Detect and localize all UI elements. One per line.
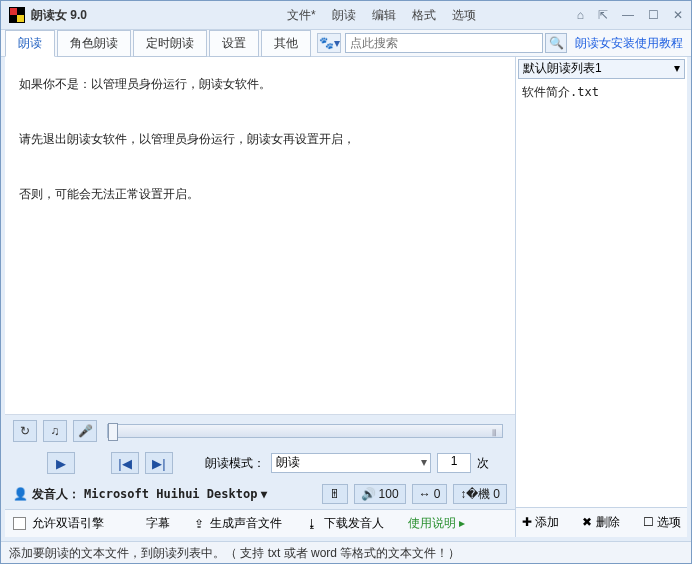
sliders-icon: 🎚 bbox=[329, 487, 341, 501]
mode-select[interactable]: 朗读 bbox=[271, 453, 431, 473]
pin-icon[interactable]: ⇱ bbox=[598, 8, 608, 22]
download-icon: ⭳ bbox=[306, 517, 318, 531]
chevron-down-icon[interactable]: ▾ bbox=[261, 487, 267, 501]
download-voice-link[interactable]: 下载发音人 bbox=[324, 515, 384, 532]
voice-settings-button[interactable]: 🎚 bbox=[322, 484, 348, 504]
tab-role[interactable]: 角色朗读 bbox=[57, 30, 131, 57]
close-icon[interactable]: ✕ bbox=[673, 8, 683, 22]
gen-audio-link[interactable]: 生成声音文件 bbox=[210, 515, 282, 532]
text-area[interactable]: 如果你不是：以管理员身份运行，朗读女软件。 请先退出朗读女软件，以管理员身份运行… bbox=[5, 57, 515, 415]
tab-settings[interactable]: 设置 bbox=[209, 30, 259, 57]
usage-link[interactable]: 使用说明 ▸ bbox=[408, 515, 465, 532]
slider-end-icon: ⦀ bbox=[492, 427, 496, 439]
player-controls: ↻ ♫ 🎤 ⦀ ▶ |◀ ▶| 朗读模式： 朗读 bbox=[5, 415, 515, 537]
paw-button[interactable]: 🐾▾ bbox=[317, 33, 341, 53]
prev-button[interactable]: |◀ bbox=[111, 452, 139, 474]
export-icon: ⇪ bbox=[194, 517, 204, 531]
slider-thumb[interactable] bbox=[108, 423, 118, 441]
app-window: 朗读女 9.0 文件* 朗读 编辑 格式 选项 ⌂ ⇱ — ☐ ✕ 朗读 角色朗… bbox=[0, 0, 692, 564]
playlist-panel: 默认朗读列表1 软件简介.txt ✚ 添加 ✖ 删除 ☐ 选项 bbox=[515, 57, 687, 537]
playlist-select[interactable]: 默认朗读列表1 bbox=[518, 59, 685, 79]
pitch-icon: ↕�機 bbox=[460, 486, 490, 503]
home-icon[interactable]: ⌂ bbox=[577, 8, 584, 22]
title-bar: 朗读女 9.0 文件* 朗读 编辑 格式 选项 ⌂ ⇱ — ☐ ✕ bbox=[1, 1, 691, 29]
voice-label: 👤 发音人： Microsoft Huihui Desktop ▾ bbox=[13, 486, 267, 503]
delete-button[interactable]: ✖ 删除 bbox=[582, 514, 619, 531]
rate-icon: ↔ bbox=[419, 487, 431, 501]
left-panel: 如果你不是：以管理员身份运行，朗读女软件。 请先退出朗读女软件，以管理员身份运行… bbox=[5, 57, 515, 537]
subtitle-link[interactable]: 字幕 bbox=[146, 515, 170, 532]
status-bar: 添加要朗读的文本文件，到朗读列表中。（ 支持 txt 或者 word 等格式的文… bbox=[1, 541, 691, 563]
person-icon: 👤 bbox=[13, 487, 28, 501]
mic-icon[interactable]: 🎤 bbox=[73, 420, 97, 442]
menu-format[interactable]: 格式 bbox=[412, 7, 436, 24]
next-button[interactable]: ▶| bbox=[145, 452, 173, 474]
tab-read[interactable]: 朗读 bbox=[5, 30, 55, 57]
svg-rect-2 bbox=[17, 15, 24, 22]
text-line: 否则，可能会无法正常设置开启。 bbox=[19, 181, 501, 207]
add-button[interactable]: ✚ 添加 bbox=[522, 514, 559, 531]
menu-edit[interactable]: 编辑 bbox=[372, 7, 396, 24]
svg-rect-1 bbox=[10, 8, 17, 15]
playlist-item[interactable]: 软件简介.txt bbox=[516, 81, 687, 104]
play-button[interactable]: ▶ bbox=[47, 452, 75, 474]
playlist-actions: ✚ 添加 ✖ 删除 ☐ 选项 bbox=[516, 507, 687, 537]
cycle-icon[interactable]: ↻ bbox=[13, 420, 37, 442]
tutorial-link[interactable]: 朗读女安装使用教程 bbox=[575, 35, 683, 52]
minimize-icon[interactable]: — bbox=[622, 8, 634, 22]
bilingual-checkbox[interactable] bbox=[13, 517, 26, 530]
menu-read[interactable]: 朗读 bbox=[332, 7, 356, 24]
tab-other[interactable]: 其他 bbox=[261, 30, 311, 57]
progress-slider[interactable]: ⦀ bbox=[107, 424, 503, 438]
search-input[interactable] bbox=[345, 33, 543, 53]
search-button[interactable]: 🔍 bbox=[545, 33, 567, 53]
main-area: 如果你不是：以管理员身份运行，朗读女软件。 请先退出朗读女软件，以管理员身份运行… bbox=[1, 57, 691, 541]
window-controls: ⌂ ⇱ — ☐ ✕ bbox=[577, 8, 683, 22]
pitch-control[interactable]: ↕�機0 bbox=[453, 484, 507, 504]
music-icon[interactable]: ♫ bbox=[43, 420, 67, 442]
mode-label: 朗读模式： bbox=[205, 455, 265, 472]
voice-name: Microsoft Huihui Desktop bbox=[84, 487, 257, 501]
app-title: 朗读女 9.0 bbox=[31, 7, 87, 24]
main-menu: 文件* 朗读 编辑 格式 选项 bbox=[287, 7, 476, 24]
rate-control[interactable]: ↔0 bbox=[412, 484, 448, 504]
volume-control[interactable]: 🔊100 bbox=[354, 484, 406, 504]
bilingual-label[interactable]: 允许双语引擎 bbox=[32, 515, 104, 532]
menu-options[interactable]: 选项 bbox=[452, 7, 476, 24]
app-icon bbox=[9, 7, 25, 23]
volume-icon: 🔊 bbox=[361, 487, 376, 501]
tab-timed[interactable]: 定时朗读 bbox=[133, 30, 207, 57]
options-button[interactable]: ☐ 选项 bbox=[643, 514, 681, 531]
text-line: 请先退出朗读女软件，以管理员身份运行，朗读女再设置开启， bbox=[19, 126, 501, 152]
times-input[interactable]: 1 bbox=[437, 453, 471, 473]
maximize-icon[interactable]: ☐ bbox=[648, 8, 659, 22]
menu-file[interactable]: 文件* bbox=[287, 7, 316, 24]
text-line: 如果你不是：以管理员身份运行，朗读女软件。 bbox=[19, 71, 501, 97]
times-suffix: 次 bbox=[477, 455, 489, 472]
tab-bar: 朗读 角色朗读 定时朗读 设置 其他 🐾▾ 🔍 朗读女安装使用教程 bbox=[1, 29, 691, 57]
